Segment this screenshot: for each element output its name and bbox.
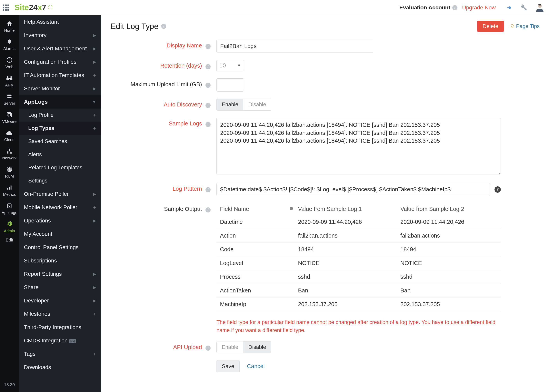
apps-grid-icon[interactable]	[2, 4, 10, 12]
rail-server[interactable]: Server	[0, 90, 19, 108]
info-icon[interactable]: i	[205, 44, 211, 49]
info-icon[interactable]: i	[205, 346, 211, 351]
plus-icon[interactable]: +	[93, 204, 96, 210]
cancel-button[interactable]: Cancel	[247, 363, 265, 370]
expand-icon[interactable]: ⛶	[48, 5, 53, 10]
sidebar-on-premise[interactable]: On-Premise Poller▶	[19, 187, 101, 201]
sidebar-cmdb[interactable]: CMDB IntegrationPvt	[19, 334, 101, 347]
sidebar-inventory[interactable]: Inventory▶	[19, 29, 101, 42]
sidebar-applogs[interactable]: AppLogs▼	[19, 95, 101, 109]
sidebar-share[interactable]: Share▶	[19, 281, 101, 294]
rail-rum[interactable]: RUM	[0, 163, 19, 181]
logo-x: x	[38, 3, 42, 12]
rail-apm[interactable]: APM	[0, 72, 19, 90]
rail-admin[interactable]: Admin	[0, 218, 19, 236]
rail-web[interactable]: Web	[0, 54, 19, 72]
info-icon[interactable]: i	[205, 187, 211, 192]
sidebar-config-profiles[interactable]: Configuration Profiles▶	[19, 55, 101, 69]
display-name-input[interactable]	[217, 40, 373, 53]
sidebar-user-alert[interactable]: User & Alert Management▶	[19, 42, 101, 55]
max-upload-input[interactable]	[217, 78, 244, 91]
log-pattern-input[interactable]	[217, 183, 490, 196]
sidebar-label: On-Premise Poller	[24, 191, 69, 197]
plus-icon[interactable]: +	[93, 125, 96, 131]
sample-output-label: Sample Output i	[111, 203, 217, 212]
sidebar-label: Alerts	[28, 152, 42, 158]
api-upload-disable[interactable]: Disable	[243, 342, 271, 353]
vmware-icon	[6, 111, 13, 118]
sidebar-log-types[interactable]: Log Types+	[19, 122, 101, 135]
rum-icon	[6, 166, 13, 173]
announcement-icon[interactable]	[506, 3, 514, 12]
sidebar-third-party[interactable]: Third-Party Integrations	[19, 321, 101, 334]
plus-icon[interactable]: +	[93, 311, 96, 317]
sidebar-settings[interactable]: Settings	[19, 174, 101, 187]
chevron-right-icon: ▶	[93, 60, 96, 64]
sidebar-mobile-network[interactable]: Mobile Network Poller+	[19, 201, 101, 214]
sidebar-my-account[interactable]: My Account	[19, 227, 101, 241]
rail-network[interactable]: Network	[0, 145, 19, 163]
retention-select[interactable]: 10▼	[217, 60, 244, 71]
sidebar-saved-searches[interactable]: Saved Searches	[19, 135, 101, 148]
cell-v1: Ban	[296, 284, 398, 298]
plus-icon[interactable]: +	[93, 112, 96, 118]
sidebar-related-templates[interactable]: Related Log Templates	[19, 161, 101, 174]
sidebar-tags[interactable]: Tags+	[19, 347, 101, 361]
rail-applogs[interactable]: AppLogs	[0, 200, 19, 218]
sidebar-label: Report Settings	[24, 271, 62, 277]
save-button[interactable]: Save	[217, 360, 239, 372]
sidebar-help-assistant[interactable]: Help Assistant	[19, 15, 101, 29]
sidebar-downloads[interactable]: Downloads	[19, 361, 101, 374]
rail-network-label: Network	[2, 156, 16, 160]
chevron-down-icon: ▼	[237, 63, 241, 68]
sidebar-developer[interactable]: Developer▶	[19, 294, 101, 307]
rail-cloud[interactable]: Cloud	[0, 127, 19, 145]
delete-button[interactable]: Delete	[477, 21, 504, 32]
col-sample1: Value from Sample Log 1	[296, 203, 398, 215]
avatar[interactable]	[535, 2, 545, 13]
warning-row: The field type for a particular field na…	[111, 318, 540, 334]
info-icon[interactable]: i	[205, 122, 211, 127]
sidebar-subscriptions[interactable]: Subscriptions	[19, 254, 101, 267]
cell-v1: fail2ban.actions	[296, 229, 398, 243]
auto-discovery-row: Auto Discovery i Enable Disable	[111, 98, 540, 111]
plus-icon[interactable]: +	[93, 351, 96, 357]
sample-logs-textarea[interactable]	[217, 118, 501, 175]
rail-metrics[interactable]: Metrics	[0, 181, 19, 200]
page-tips-link[interactable]: Page Tips	[510, 23, 540, 29]
sidebar-it-automation[interactable]: IT Automation Templates+	[19, 69, 101, 82]
sidebar-report-settings[interactable]: Report Settings▶	[19, 267, 101, 281]
cell-v1: 2020-09-09 11:44:20,426	[296, 215, 398, 229]
title-info-icon[interactable]: i	[161, 24, 166, 29]
account-info-icon[interactable]: i	[452, 5, 458, 10]
sidebar-control-panel[interactable]: Control Panel Settings	[19, 241, 101, 254]
settings-icon[interactable]	[289, 206, 294, 212]
sidebar-label: Saved Searches	[28, 138, 67, 144]
info-icon[interactable]: i	[205, 103, 211, 108]
info-icon[interactable]: i	[205, 207, 211, 212]
auto-discovery-disable[interactable]: Disable	[243, 99, 271, 110]
svg-rect-13	[7, 152, 9, 154]
api-upload-enable[interactable]: Enable	[217, 342, 243, 353]
help-icon[interactable]: ?	[494, 186, 501, 193]
sidebar-operations[interactable]: Operations▶	[19, 214, 101, 227]
info-icon[interactable]: i	[205, 64, 211, 69]
auto-discovery-enable[interactable]: Enable	[217, 99, 243, 110]
plus-icon[interactable]: +	[93, 72, 96, 78]
max-upload-row: Maximum Upload Limit (GB) i	[111, 78, 540, 91]
tools-icon[interactable]	[520, 3, 528, 12]
rail-home[interactable]: Home	[0, 17, 19, 35]
retention-value: 10	[219, 62, 226, 69]
rail-vmware[interactable]: VMware	[0, 108, 19, 127]
sidebar-milestones[interactable]: Milestones+	[19, 307, 101, 321]
sidebar-server-monitor[interactable]: Server Monitor▶	[19, 82, 101, 95]
cell-field: Action	[217, 229, 296, 243]
sidebar-alerts[interactable]: Alerts	[19, 148, 101, 161]
rail-alarms[interactable]: Alarms	[0, 35, 19, 54]
upgrade-link[interactable]: Upgrade Now	[462, 5, 496, 11]
sidebar-log-profile[interactable]: Log Profile+	[19, 109, 101, 122]
logo[interactable]: Site24x7 ⛶	[14, 3, 53, 12]
info-icon[interactable]: i	[205, 83, 211, 88]
rail-admin-label: Admin	[4, 229, 15, 233]
rail-edit-link[interactable]: Edit	[6, 238, 13, 243]
